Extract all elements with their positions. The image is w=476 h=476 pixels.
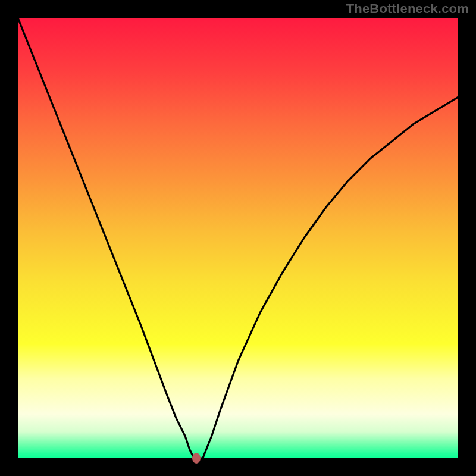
optimal-point-marker [192, 453, 201, 464]
chart-frame: TheBottleneck.com [0, 0, 476, 476]
bottleneck-curve-svg [18, 18, 458, 458]
watermark-text: TheBottleneck.com [346, 1, 469, 17]
bottleneck-curve-path [18, 18, 458, 458]
